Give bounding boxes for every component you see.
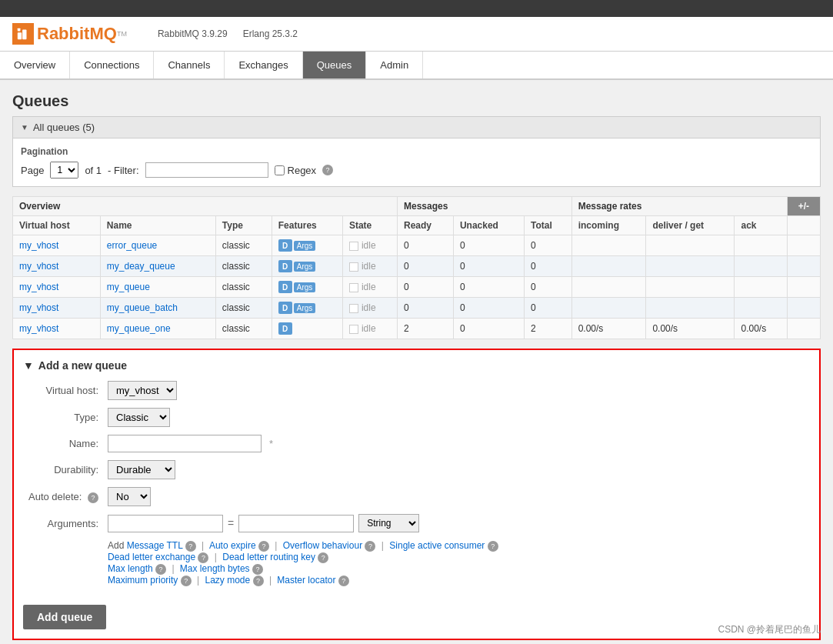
nav-exchanges[interactable]: Exchanges <box>225 52 302 78</box>
th-ack: ack <box>735 216 787 235</box>
row-state: idle <box>342 256 397 277</box>
queue-table: Overview Messages Message rates +/- Virt… <box>12 196 821 339</box>
th-state: State <box>342 216 397 235</box>
auto-delete-help-icon[interactable]: ? <box>88 492 98 503</box>
add-overflow-behaviour-link[interactable]: Overflow behaviour <box>283 540 362 551</box>
row-total: 0 <box>525 298 572 319</box>
th-deliver-get: deliver / get <box>646 216 735 235</box>
all-queues-header[interactable]: ▼ All queues (5) <box>12 116 821 138</box>
dead-letter-exchange-help-icon[interactable]: ? <box>198 552 208 563</box>
table-row: my_vhostmy_queue_batchclassicDArgsidle00… <box>13 298 821 319</box>
row-vhost[interactable]: my_vhost <box>13 277 101 298</box>
max-length-bytes-help-icon[interactable]: ? <box>252 564 263 575</box>
pagination-controls: Page 1 of 1 - Filter: Regex ? <box>21 162 812 179</box>
regex-checkbox[interactable] <box>275 165 285 175</box>
row-vhost[interactable]: my_vhost <box>13 256 101 277</box>
footer-watermark: CSDN @拎着尾巴的鱼儿 <box>718 623 821 636</box>
row-type: classic <box>215 298 272 319</box>
lazy-mode-help-icon[interactable]: ? <box>253 576 264 586</box>
row-deliver-get <box>646 277 735 298</box>
row-state: idle <box>342 298 397 319</box>
auto-delete-select[interactable]: No Yes <box>108 487 151 506</box>
add-dead-letter-exchange-link[interactable]: Dead letter exchange <box>108 552 195 562</box>
nav-channels[interactable]: Channels <box>154 52 225 78</box>
logo-icon <box>12 23 34 45</box>
add-max-length-bytes-link[interactable]: Max length bytes <box>180 563 250 574</box>
single-active-consumer-help-icon[interactable]: ? <box>488 541 498 552</box>
row-unacked: 0 <box>453 298 524 319</box>
virtual-host-select[interactable]: my_vhost <box>108 381 177 400</box>
plus-minus-btn[interactable]: +/- <box>787 197 820 216</box>
durability-select[interactable]: Durable Transient <box>108 460 175 479</box>
add-max-length-link[interactable]: Max length <box>108 563 153 574</box>
nav-connections[interactable]: Connections <box>70 52 154 78</box>
rabbitmq-version: RabbitMQ 3.9.29 <box>158 28 228 39</box>
auto-delete-control: No Yes <box>108 487 151 506</box>
regex-label: Regex <box>288 165 317 176</box>
add-queue-button[interactable]: Add queue <box>23 605 106 629</box>
page-title: Queues <box>12 92 821 110</box>
master-locator-help-icon[interactable]: ? <box>338 576 349 586</box>
add-queue-title: Add a new queue <box>38 359 127 372</box>
max-length-help-icon[interactable]: ? <box>155 564 166 575</box>
filter-input[interactable] <box>145 162 268 178</box>
row-type: classic <box>215 235 272 256</box>
arguments-row: Arguments: = String Number Boolean List <box>23 514 810 532</box>
th-total: Total <box>525 216 572 235</box>
add-queue-header[interactable]: ▼ Add a new queue <box>23 359 810 372</box>
virtual-host-control: my_vhost <box>108 381 177 400</box>
add-lazy-mode-link[interactable]: Lazy mode <box>205 575 251 586</box>
row-type: classic <box>215 277 272 298</box>
dead-letter-routing-key-help-icon[interactable]: ? <box>318 552 328 563</box>
row-name[interactable]: my_deay_queue <box>100 256 215 277</box>
add-master-locator-link[interactable]: Master locator <box>277 575 335 586</box>
svg-rect-1 <box>22 30 26 40</box>
add-single-active-consumer-link[interactable]: Single active consumer <box>389 540 485 551</box>
row-name[interactable]: my_queue_one <box>100 319 215 339</box>
add-dead-letter-routing-key-link[interactable]: Dead letter routing key <box>222 552 315 562</box>
row-vhost[interactable]: my_vhost <box>13 319 101 339</box>
row-vhost[interactable]: my_vhost <box>13 298 101 319</box>
logo: RabbitMQ TM <box>12 23 127 45</box>
virtual-host-label: Virtual host: <box>23 385 108 396</box>
row-vhost[interactable]: my_vhost <box>13 235 101 256</box>
add-maximum-priority-link[interactable]: Maximum priority <box>108 575 178 586</box>
row-name[interactable]: error_queue <box>100 235 215 256</box>
nav-queues[interactable]: Queues <box>303 52 367 78</box>
overview-col-header: Overview <box>13 197 398 216</box>
page-select[interactable]: 1 <box>50 162 78 179</box>
name-input[interactable] <box>108 435 262 452</box>
row-state: idle <box>342 235 397 256</box>
table-row: my_vhostmy_queueclassicDArgsidle000 <box>13 277 821 298</box>
row-ack: 0.00/s <box>735 319 787 339</box>
row-incoming <box>571 298 646 319</box>
row-deliver-get <box>646 256 735 277</box>
arguments-type-select[interactable]: String Number Boolean List <box>358 514 419 532</box>
message-ttl-help-icon[interactable]: ? <box>185 541 196 552</box>
row-incoming <box>571 277 646 298</box>
row-features: DArgs <box>272 256 342 277</box>
row-deliver-get <box>646 298 735 319</box>
nav-admin[interactable]: Admin <box>366 52 423 78</box>
pagination-help-icon[interactable]: ? <box>322 165 333 175</box>
maximum-priority-help-icon[interactable]: ? <box>181 576 192 586</box>
add-message-ttl-link[interactable]: Message TTL <box>127 540 183 551</box>
app-header: RabbitMQ TM RabbitMQ 3.9.29 Erlang 25.3.… <box>0 17 833 52</box>
add-auto-expire-link[interactable]: Auto expire <box>209 540 256 551</box>
name-label: Name: <box>23 438 108 449</box>
type-select[interactable]: Classic Quorum <box>108 408 170 427</box>
overflow-behaviour-help-icon[interactable]: ? <box>365 541 375 552</box>
arguments-value-input[interactable] <box>238 515 354 532</box>
row-ack <box>735 235 787 256</box>
th-ready: Ready <box>397 216 453 235</box>
nav-overview[interactable]: Overview <box>0 52 70 78</box>
name-control: * <box>108 435 273 452</box>
row-ack <box>735 298 787 319</box>
row-name[interactable]: my_queue <box>100 277 215 298</box>
auto-expire-help-icon[interactable]: ? <box>258 541 269 552</box>
name-row: Name: * <box>23 435 810 452</box>
arguments-key-input[interactable] <box>108 515 223 532</box>
page-label: Page <box>21 165 44 176</box>
th-type: Type <box>215 216 272 235</box>
row-name[interactable]: my_queue_batch <box>100 298 215 319</box>
